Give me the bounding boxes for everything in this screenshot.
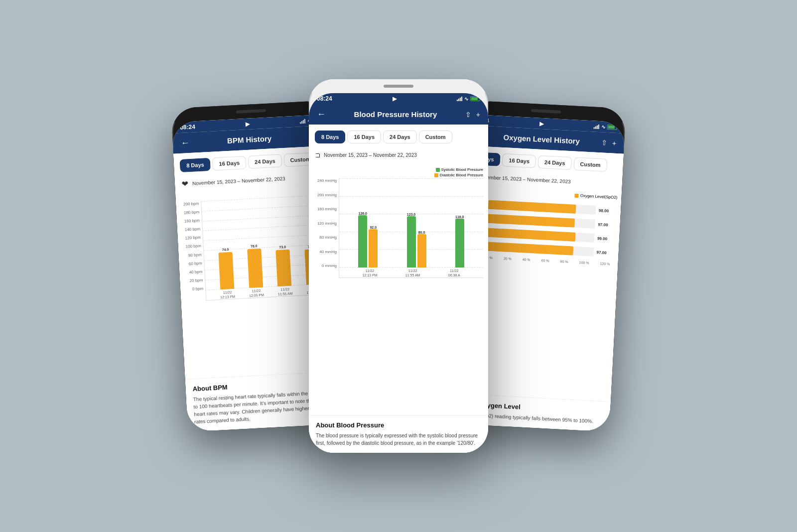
left-bar-1: 74.0 <box>218 248 234 289</box>
left-bar-2: 78.0 <box>247 244 264 288</box>
center-bar-g1-systolic: 126.0 <box>358 212 367 267</box>
center-status-icons: ∿ <box>457 96 480 102</box>
right-status-icons: ∿ <box>594 124 618 130</box>
left-tab-24days[interactable]: 24 Days <box>248 154 282 169</box>
center-legend-diastolic-label: Diastolic Blood Pressure <box>440 173 483 177</box>
right-o2-value-3: 99.00 <box>597 236 611 241</box>
right-o2-value-1: 98.00 <box>599 208 613 213</box>
right-tab-24days[interactable]: 24 Days <box>537 155 572 170</box>
center-header-title: Blood Pressure History <box>326 110 465 119</box>
right-o2-bar-1 <box>488 200 596 215</box>
right-o2-bar-4 <box>486 242 594 257</box>
right-date-label: November 15, 2023 – November 22, 2023 <box>478 174 571 184</box>
center-tab-8days[interactable]: 8 Days <box>315 131 345 143</box>
center-speaker <box>384 85 413 88</box>
right-tab-16days[interactable]: 16 Days <box>502 153 536 168</box>
center-legend-systolic-label: Systolic Blood Pressure <box>441 167 483 172</box>
right-o2-fill-1 <box>488 200 576 214</box>
right-signal <box>594 124 600 129</box>
right-o2-fill-2 <box>487 214 574 228</box>
left-tab-8days[interactable]: 8 Days <box>180 158 211 172</box>
center-legend-diastolic-dot <box>434 173 438 177</box>
center-bar-g3-systolic: 118.0 <box>455 215 464 267</box>
right-o2-fill-3 <box>487 228 576 242</box>
center-bar-g1-diastolic: 92.0 <box>369 226 378 267</box>
center-legend-diastolic: Diastolic Blood Pressure <box>434 173 483 177</box>
right-o2-bar-3 <box>487 228 595 243</box>
center-chart-container: Systolic Blood Pressure Diastolic Blood … <box>309 162 488 415</box>
center-location-icon: ▶ <box>393 96 397 102</box>
right-o2-row-4: 11/2212:05 PM 97.00 <box>467 241 611 258</box>
center-bar-group-3-bars: 118.0 <box>455 215 464 267</box>
center-date-label: November 15, 2023 – November 22, 2023 <box>324 152 417 158</box>
center-header-actions: ⇧ + <box>465 111 480 119</box>
right-o2-value-2: 97.00 <box>598 222 612 227</box>
right-speaker <box>531 109 561 114</box>
center-chart-legend: Systolic Blood Pressure Diastolic Blood … <box>314 166 483 178</box>
center-y-axis: 240 mmHg 200 mmHg 160 mmHg 120 mmHg 80 m… <box>314 178 339 278</box>
center-lung-icon: 🮺 <box>316 150 320 159</box>
center-phone-screen: 08:24 ▶ ∿ ← Blood <box>309 93 488 453</box>
left-bar-3: 73.0 <box>275 245 291 286</box>
right-legend-o2-label: Oxygen Level(SpO2) <box>580 193 618 200</box>
center-tab-selector: 8 Days 16 Days 24 Days Custom <box>309 125 488 147</box>
center-x-labels: 11/2212:13 PM 11/2211:55 AM 11/2206:38 A <box>339 269 483 277</box>
left-time: 08:24 <box>180 123 195 131</box>
center-app-content: 8 Days 16 Days 24 Days Custom 🮺 November… <box>309 125 488 453</box>
right-header-title: Oxygen Level History <box>482 132 601 147</box>
right-tab-custom[interactable]: Custom <box>573 157 607 171</box>
center-wifi-icon: ∿ <box>464 96 468 102</box>
left-tab-16days[interactable]: 16 Days <box>212 156 247 171</box>
right-battery <box>607 125 617 130</box>
center-phone-notch <box>309 79 488 93</box>
center-back-button[interactable]: ← <box>317 109 326 120</box>
right-o2-fill-4 <box>486 242 573 256</box>
right-o2-row-2: 11/2209:59 AM 97.00 <box>468 213 612 230</box>
left-date-label: November 15, 2023 – November 22, 2023 <box>192 176 285 186</box>
left-back-button[interactable]: ← <box>180 137 190 148</box>
center-status-bar: 08:24 ▶ ∿ <box>309 93 488 104</box>
left-location-icon: ▶ <box>246 121 250 127</box>
center-chart-body: 126.0 92.0 <box>339 178 483 278</box>
right-legend-o2: Oxygen Level(SpO2) <box>575 193 618 200</box>
left-speaker <box>236 109 266 114</box>
center-tab-24days[interactable]: 24 Days <box>383 131 417 143</box>
center-bar-group-1: 126.0 92.0 <box>358 212 378 267</box>
center-bar-group-2-bars: 123.0 80.0 <box>407 213 426 267</box>
center-time: 08:24 <box>317 95 332 102</box>
left-bar-3-fill <box>276 250 292 286</box>
left-signal <box>300 119 306 124</box>
right-share-icon[interactable]: ⇧ <box>601 138 608 147</box>
center-legend-systolic: Systolic Blood Pressure <box>436 167 483 172</box>
right-o2-value-4: 97.00 <box>596 250 610 255</box>
center-bar-group-3: 118.0 <box>455 215 464 267</box>
right-add-icon[interactable]: + <box>612 139 617 147</box>
center-signal <box>457 96 462 101</box>
center-share-icon[interactable]: ⇧ <box>465 111 471 119</box>
right-legend-o2-dot <box>575 193 579 197</box>
center-date-range: 🮺 November 15, 2023 – November 22, 2023 <box>309 147 488 162</box>
center-app-header: ← Blood Pressure History ⇧ + <box>309 104 488 125</box>
center-battery <box>470 96 480 101</box>
left-heart-icon: ❤ <box>182 179 189 189</box>
center-tab-custom[interactable]: Custom <box>419 131 452 143</box>
center-about-text: The blood pressure is typically expresse… <box>316 432 481 447</box>
center-bar-group-1-bars: 126.0 92.0 <box>358 212 378 267</box>
left-header-title: BPM History <box>189 132 309 147</box>
center-bars-row: 126.0 92.0 <box>339 178 483 267</box>
right-wifi-icon: ∿ <box>601 124 606 130</box>
center-bp-chart: 240 mmHg 200 mmHg 160 mmHg 120 mmHg 80 m… <box>314 178 483 278</box>
left-bar-2-fill <box>247 249 263 288</box>
center-legend-systolic-dot <box>436 168 440 172</box>
right-header-actions: ⇧ + <box>601 138 617 147</box>
center-bar-group-2: 123.0 80.0 <box>407 213 426 267</box>
right-o2-row-1: 11/2209:56 AM 98.00 <box>469 199 613 216</box>
right-o2-bar-2 <box>487 214 595 229</box>
right-location-icon: ▶ <box>539 120 543 127</box>
center-tab-16days[interactable]: 16 Days <box>347 131 381 143</box>
left-bar-1-fill <box>219 252 235 289</box>
right-o2-row-3: 11/2211:51 AM 99.00 <box>468 227 612 244</box>
center-bar-g2-systolic: 123.0 <box>407 213 416 267</box>
center-add-icon[interactable]: + <box>476 111 480 119</box>
center-about-section: About Blood Pressure The blood pressure … <box>309 415 488 453</box>
